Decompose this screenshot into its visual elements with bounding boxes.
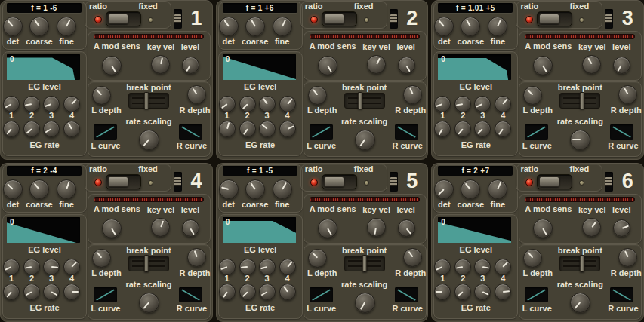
- eg-level-2-knob[interactable]: [23, 96, 40, 112]
- coarse-knob[interactable]: [461, 179, 480, 199]
- rate-scaling-knob[interactable]: [355, 130, 375, 150]
- level-knob[interactable]: [613, 219, 630, 237]
- fine-knob[interactable]: [57, 17, 76, 36]
- fine-knob[interactable]: [488, 179, 507, 199]
- ratio-fixed-switch[interactable]: [106, 11, 141, 26]
- break-point-slider-handle[interactable]: [579, 92, 584, 109]
- l-depth-knob[interactable]: [523, 249, 542, 268]
- eg-rate-1-knob[interactable]: [3, 121, 20, 137]
- r-depth-knob[interactable]: [403, 85, 422, 104]
- eg-rate-1-knob[interactable]: [434, 284, 451, 300]
- eg-rate-1-knob[interactable]: [219, 284, 236, 300]
- level-knob[interactable]: [182, 219, 199, 237]
- eg-level-4-knob[interactable]: [63, 259, 80, 275]
- eg-rate-1-knob[interactable]: [219, 121, 236, 137]
- eg-level-3-knob[interactable]: [43, 259, 60, 275]
- a-mod-sens-knob[interactable]: [102, 56, 122, 75]
- det-knob[interactable]: [3, 179, 23, 199]
- rate-scaling-knob[interactable]: [139, 130, 159, 150]
- key-vel-knob[interactable]: [151, 218, 170, 237]
- eg-rate-2-knob[interactable]: [454, 284, 471, 300]
- eg-level-1-knob[interactable]: [434, 259, 451, 275]
- eg-level-2-knob[interactable]: [454, 96, 471, 112]
- operator-mini-fader[interactable]: [174, 9, 182, 29]
- eg-level-4-knob[interactable]: [279, 96, 296, 112]
- eg-level-3-knob[interactable]: [43, 96, 60, 112]
- eg-rate-4-knob[interactable]: [63, 121, 80, 137]
- break-point-slider-handle[interactable]: [362, 255, 367, 272]
- eg-level-2-knob[interactable]: [239, 96, 256, 112]
- eg-rate-2-knob[interactable]: [23, 284, 40, 300]
- det-knob[interactable]: [434, 179, 454, 199]
- operator-mini-fader[interactable]: [390, 172, 398, 192]
- eg-rate-2-knob[interactable]: [23, 121, 40, 137]
- fine-knob[interactable]: [57, 179, 76, 199]
- break-point-slider[interactable]: [559, 256, 600, 271]
- level-knob[interactable]: [398, 219, 415, 237]
- eg-rate-3-knob[interactable]: [259, 284, 276, 300]
- eg-level-1-knob[interactable]: [219, 96, 236, 112]
- operator-mini-fader[interactable]: [390, 9, 398, 29]
- eg-rate-1-knob[interactable]: [3, 284, 20, 300]
- eg-rate-3-knob[interactable]: [474, 284, 491, 300]
- eg-rate-3-knob[interactable]: [259, 121, 276, 137]
- eg-level-4-knob[interactable]: [63, 96, 80, 112]
- break-point-slider[interactable]: [128, 93, 169, 109]
- eg-level-1-knob[interactable]: [3, 96, 20, 112]
- rate-scaling-knob[interactable]: [139, 293, 159, 313]
- a-mod-sens-knob[interactable]: [102, 219, 122, 238]
- eg-level-1-knob[interactable]: [219, 259, 236, 275]
- rate-scaling-knob[interactable]: [355, 293, 375, 313]
- coarse-knob[interactable]: [245, 17, 265, 36]
- l-depth-knob[interactable]: [308, 249, 327, 268]
- break-point-slider-handle[interactable]: [143, 92, 149, 109]
- coarse-knob[interactable]: [29, 17, 49, 36]
- coarse-knob[interactable]: [245, 179, 265, 199]
- key-vel-knob[interactable]: [151, 55, 170, 74]
- operator-mini-fader[interactable]: [174, 172, 182, 192]
- r-depth-knob[interactable]: [618, 248, 637, 267]
- r-depth-knob[interactable]: [187, 85, 206, 104]
- eg-level-3-knob[interactable]: [474, 259, 491, 275]
- eg-level-2-knob[interactable]: [23, 259, 40, 275]
- break-point-slider-handle[interactable]: [579, 255, 584, 272]
- key-vel-knob[interactable]: [582, 218, 601, 237]
- eg-level-3-knob[interactable]: [259, 259, 276, 275]
- a-mod-sens-knob[interactable]: [318, 56, 337, 75]
- fine-knob[interactable]: [273, 179, 292, 199]
- ratio-fixed-switch[interactable]: [322, 174, 357, 189]
- det-knob[interactable]: [3, 17, 23, 36]
- l-depth-knob[interactable]: [92, 86, 111, 105]
- rate-scaling-knob[interactable]: [570, 130, 590, 150]
- break-point-slider-handle[interactable]: [143, 255, 149, 272]
- eg-level-3-knob[interactable]: [259, 96, 276, 112]
- det-knob[interactable]: [219, 17, 239, 36]
- level-knob[interactable]: [182, 57, 199, 74]
- eg-level-2-knob[interactable]: [454, 259, 471, 275]
- eg-rate-4-knob[interactable]: [495, 284, 511, 300]
- coarse-knob[interactable]: [29, 179, 49, 199]
- eg-rate-2-knob[interactable]: [239, 284, 256, 300]
- operator-mini-fader[interactable]: [605, 9, 613, 29]
- rate-scaling-knob[interactable]: [570, 293, 590, 313]
- eg-rate-4-knob[interactable]: [279, 284, 296, 300]
- eg-level-1-knob[interactable]: [3, 259, 20, 275]
- operator-mini-fader[interactable]: [605, 172, 613, 192]
- a-mod-sens-knob[interactable]: [533, 219, 553, 238]
- eg-rate-3-knob[interactable]: [43, 284, 60, 300]
- break-point-slider[interactable]: [344, 256, 385, 271]
- eg-level-2-knob[interactable]: [239, 259, 256, 275]
- r-depth-knob[interactable]: [403, 248, 422, 267]
- eg-rate-4-knob[interactable]: [279, 121, 296, 137]
- break-point-slider[interactable]: [128, 256, 169, 271]
- eg-level-4-knob[interactable]: [279, 259, 296, 275]
- det-knob[interactable]: [219, 179, 239, 199]
- eg-level-4-knob[interactable]: [495, 259, 511, 275]
- ratio-fixed-switch[interactable]: [537, 174, 572, 189]
- r-depth-knob[interactable]: [187, 248, 206, 267]
- ratio-fixed-switch[interactable]: [106, 174, 141, 189]
- l-depth-knob[interactable]: [308, 86, 327, 105]
- key-vel-knob[interactable]: [367, 55, 386, 74]
- break-point-slider-handle[interactable]: [358, 92, 363, 109]
- eg-level-1-knob[interactable]: [434, 96, 451, 112]
